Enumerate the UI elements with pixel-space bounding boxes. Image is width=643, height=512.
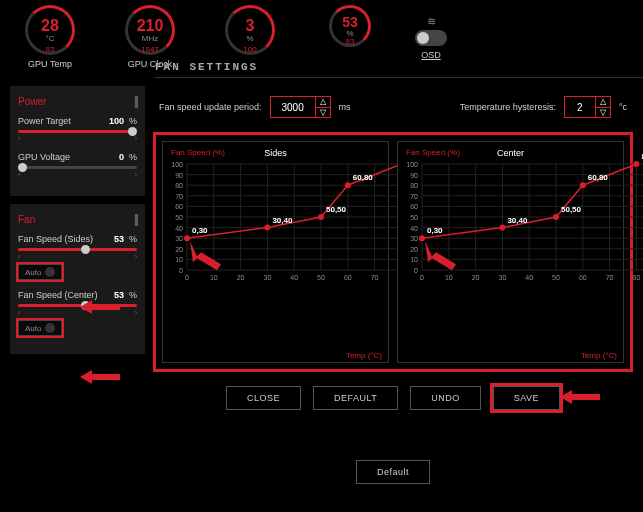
svg-text:70: 70 xyxy=(371,274,379,281)
svg-point-46 xyxy=(264,225,270,231)
svg-point-101 xyxy=(499,225,505,231)
osd-toggle-block: ≋ OSD xyxy=(415,15,447,60)
gauge-gpu-temp: 28°C83 GPU Temp xyxy=(15,5,85,69)
hysteresis-label: Temperature hysteresis: xyxy=(460,102,556,112)
svg-text:60,80: 60,80 xyxy=(588,173,609,182)
power-title: Power xyxy=(18,96,46,107)
osd-label[interactable]: OSD xyxy=(415,50,447,60)
chart-center[interactable]: Fan Speed (%) Center 0102030405060708090… xyxy=(397,141,624,363)
button-row: CLOSE DEFAULT UNDO SAVE xyxy=(153,386,633,410)
svg-text:30,40: 30,40 xyxy=(272,216,293,225)
svg-text:0: 0 xyxy=(420,274,424,281)
svg-text:0,30: 0,30 xyxy=(427,226,443,235)
gauge-usage: 3%100 xyxy=(215,5,285,59)
svg-text:0: 0 xyxy=(185,274,189,281)
svg-text:60: 60 xyxy=(579,274,587,281)
close-button[interactable]: CLOSE xyxy=(226,386,301,410)
osd-toggle[interactable] xyxy=(415,30,447,46)
undo-button[interactable]: UNDO xyxy=(410,386,481,410)
svg-text:90: 90 xyxy=(175,172,183,179)
svg-point-103 xyxy=(553,214,559,220)
svg-text:50: 50 xyxy=(317,274,325,281)
sliders-icon[interactable]: ||| xyxy=(134,94,137,108)
svg-text:50: 50 xyxy=(175,214,183,221)
svg-text:20: 20 xyxy=(237,274,245,281)
svg-text:60: 60 xyxy=(344,274,352,281)
hysteresis-input[interactable]: △▽ xyxy=(564,96,611,118)
svg-text:60,80: 60,80 xyxy=(353,173,374,182)
fan-center-slider[interactable] xyxy=(18,304,137,307)
svg-text:40: 40 xyxy=(410,225,418,232)
svg-text:80: 80 xyxy=(633,274,641,281)
svg-text:80: 80 xyxy=(175,182,183,189)
svg-text:20: 20 xyxy=(175,246,183,253)
svg-text:0,30: 0,30 xyxy=(192,226,208,235)
fan-curve-charts: Fan Speed (%) Sides 01020304050607080901… xyxy=(153,132,633,372)
svg-point-107 xyxy=(633,161,639,167)
update-period-input[interactable]: △▽ xyxy=(270,96,331,118)
svg-text:30,40: 30,40 xyxy=(507,216,528,225)
svg-text:30: 30 xyxy=(499,274,507,281)
svg-text:70: 70 xyxy=(606,274,614,281)
update-period-label: Fan speed update period: xyxy=(159,102,262,112)
footer-default-button[interactable]: Default xyxy=(356,460,430,484)
svg-text:10: 10 xyxy=(410,256,418,263)
svg-marker-54 xyxy=(190,241,221,270)
chart-sides[interactable]: Fan Speed (%) Sides 01020304050607080901… xyxy=(162,141,389,363)
step-up-icon[interactable]: △ xyxy=(596,97,610,108)
svg-text:80: 80 xyxy=(410,182,418,189)
svg-text:50,50: 50,50 xyxy=(326,205,347,214)
gpu-voltage-slider[interactable] xyxy=(18,166,137,169)
svg-text:50,50: 50,50 xyxy=(561,205,582,214)
svg-text:40: 40 xyxy=(175,225,183,232)
fan-sides-auto-button[interactable]: Auto xyxy=(18,264,62,280)
svg-text:0: 0 xyxy=(179,267,183,274)
svg-marker-109 xyxy=(425,241,456,270)
fan-sides-slider[interactable] xyxy=(18,248,137,251)
svg-text:50: 50 xyxy=(410,214,418,221)
sidebar: Power||| Power Target100 % GPU Voltage0 … xyxy=(10,86,145,484)
fan-center-auto-button[interactable]: Auto xyxy=(18,320,62,336)
svg-text:40: 40 xyxy=(290,274,298,281)
svg-text:90: 90 xyxy=(410,172,418,179)
save-button[interactable]: SAVE xyxy=(493,386,560,410)
step-down-icon[interactable]: ▽ xyxy=(596,108,610,118)
svg-point-99 xyxy=(419,235,425,241)
svg-text:70: 70 xyxy=(410,193,418,200)
fan-icon xyxy=(45,267,55,277)
svg-text:100: 100 xyxy=(171,161,183,168)
content: Fan speed update period: △▽ ms Temperatu… xyxy=(153,86,633,484)
fan-icon xyxy=(45,323,55,333)
gauge-gpu-clock: 210MHz1847 GPU Clock xyxy=(115,5,185,69)
svg-text:30: 30 xyxy=(264,274,272,281)
svg-text:20: 20 xyxy=(410,246,418,253)
gauge-fan: 53%83 xyxy=(315,5,385,51)
svg-text:70: 70 xyxy=(175,193,183,200)
default-button[interactable]: DEFAULT xyxy=(313,386,398,410)
fan-title: Fan xyxy=(18,214,35,225)
svg-point-44 xyxy=(184,235,190,241)
svg-text:60: 60 xyxy=(175,203,183,210)
svg-text:10: 10 xyxy=(210,274,218,281)
svg-text:10: 10 xyxy=(175,256,183,263)
sliders-icon[interactable]: ||| xyxy=(134,212,137,226)
svg-text:30: 30 xyxy=(175,235,183,242)
svg-text:100: 100 xyxy=(406,161,418,168)
svg-text:0: 0 xyxy=(414,267,418,274)
svg-text:30: 30 xyxy=(410,235,418,242)
svg-text:40: 40 xyxy=(525,274,533,281)
step-up-icon[interactable]: △ xyxy=(316,97,330,108)
fan-panel: Fan||| Fan Speed (Sides)53 % Auto Fan Sp… xyxy=(10,204,145,354)
power-target-slider[interactable] xyxy=(18,130,137,133)
svg-text:20: 20 xyxy=(472,274,480,281)
section-title: FAN SETTINGS xyxy=(155,59,643,78)
svg-point-48 xyxy=(318,214,324,220)
svg-point-105 xyxy=(580,182,586,188)
heat-icon: ≋ xyxy=(415,15,447,28)
svg-text:10: 10 xyxy=(445,274,453,281)
step-down-icon[interactable]: ▽ xyxy=(316,108,330,118)
svg-text:50: 50 xyxy=(552,274,560,281)
svg-point-50 xyxy=(345,182,351,188)
power-panel: Power||| Power Target100 % GPU Voltage0 … xyxy=(10,86,145,196)
svg-text:60: 60 xyxy=(410,203,418,210)
